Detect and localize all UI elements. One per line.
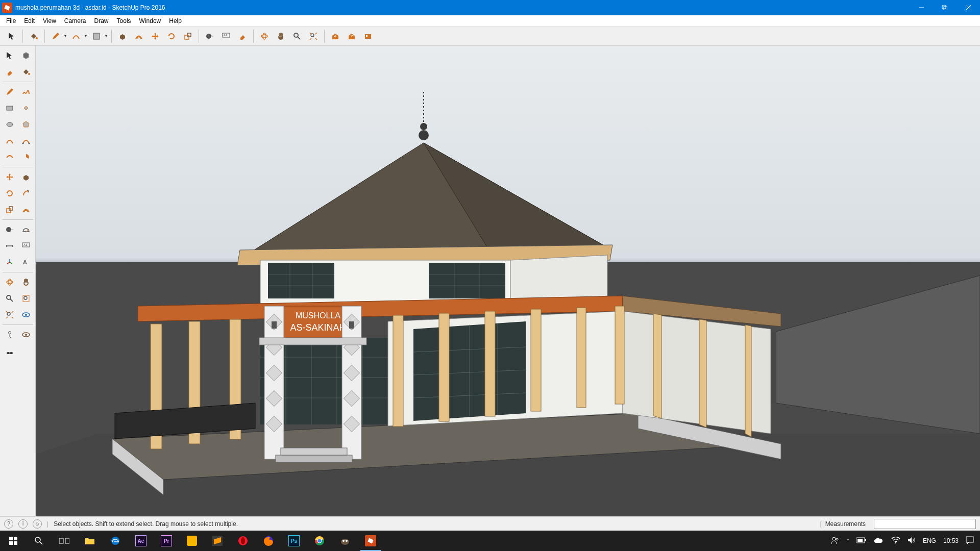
- file-explorer-button[interactable]: [78, 531, 102, 551]
- position-camera-tool[interactable]: [2, 327, 17, 342]
- extension-warehouse-tool[interactable]: [360, 29, 376, 44]
- search-button[interactable]: [27, 531, 51, 551]
- shape-dropdown[interactable]: ▾: [104, 34, 108, 38]
- circle-tool[interactable]: [2, 117, 17, 132]
- menu-view[interactable]: View: [39, 16, 60, 26]
- follow-me-tool[interactable]: [18, 186, 34, 201]
- section-plane-tool[interactable]: [2, 343, 17, 359]
- arc-tool[interactable]: [68, 29, 84, 44]
- zoom-extents-tool[interactable]: [306, 29, 321, 44]
- arc-3point-tool[interactable]: [2, 149, 17, 165]
- menu-tools[interactable]: Tools: [113, 16, 135, 26]
- firefox-button[interactable]: [256, 531, 281, 551]
- select-tool[interactable]: [4, 29, 19, 44]
- freehand-tool[interactable]: [18, 84, 34, 99]
- offset-tool[interactable]: [18, 202, 34, 217]
- walk-tool[interactable]: [18, 327, 34, 342]
- volume-icon[interactable]: [908, 537, 916, 545]
- offset-tool[interactable]: [131, 29, 146, 44]
- info-icon[interactable]: i: [18, 519, 28, 529]
- rotate-tool[interactable]: [164, 29, 179, 44]
- make-component-tool[interactable]: [18, 48, 34, 63]
- arc-2point-tool[interactable]: [18, 133, 34, 148]
- rectangle-tool[interactable]: [2, 101, 17, 116]
- arc-dropdown[interactable]: ▾: [84, 34, 88, 38]
- battery-icon[interactable]: [856, 537, 867, 545]
- rotate-tool[interactable]: [2, 186, 17, 201]
- text-tool[interactable]: A1: [18, 238, 34, 254]
- premiere-button[interactable]: Pr: [154, 531, 179, 551]
- axes-tool[interactable]: [2, 255, 17, 270]
- menu-camera[interactable]: Camera: [60, 16, 90, 26]
- pencil-tool[interactable]: [48, 29, 63, 44]
- toolbar-separator: [253, 30, 254, 43]
- action-center-icon[interactable]: [966, 536, 974, 546]
- tape-measure-tool[interactable]: [2, 222, 17, 237]
- move-tool[interactable]: [148, 29, 163, 44]
- menu-edit[interactable]: Edit: [20, 16, 39, 26]
- measurements-input[interactable]: [874, 519, 976, 529]
- maximize-button[interactable]: [933, 0, 957, 15]
- menu-help[interactable]: Help: [165, 16, 186, 26]
- zoom-tool[interactable]: [289, 29, 305, 44]
- orbit-tool[interactable]: [2, 274, 17, 290]
- eraser-tool[interactable]: [2, 64, 17, 80]
- shape-tool[interactable]: [89, 29, 104, 44]
- line-tool[interactable]: [2, 84, 17, 99]
- dimension-tool[interactable]: [2, 238, 17, 254]
- gimp-button[interactable]: [333, 531, 357, 551]
- 3d-viewport[interactable]: MUSHOLLA AS-SAKINAH: [36, 46, 980, 516]
- chrome-button[interactable]: [307, 531, 332, 551]
- sublime-button[interactable]: [205, 531, 230, 551]
- pie-tool[interactable]: [18, 149, 34, 165]
- clock[interactable]: 10:53: [943, 537, 959, 544]
- sketchup-button[interactable]: [358, 531, 383, 551]
- pan-tool[interactable]: [18, 274, 34, 290]
- edge-button[interactable]: [103, 531, 128, 551]
- potplayer-button[interactable]: [180, 531, 204, 551]
- menu-file[interactable]: File: [2, 16, 20, 26]
- menu-window[interactable]: Window: [135, 16, 165, 26]
- look-around-tool[interactable]: [18, 307, 34, 322]
- user-icon[interactable]: ☺: [33, 519, 42, 529]
- minimize-button[interactable]: [910, 0, 933, 15]
- help-icon[interactable]: ?: [4, 519, 13, 529]
- eraser-tool[interactable]: [235, 29, 250, 44]
- move-tool[interactable]: [2, 169, 17, 185]
- warehouse-share-tool[interactable]: [344, 29, 359, 44]
- scale-tool[interactable]: [2, 202, 17, 217]
- 3d-text-tool[interactable]: A: [18, 255, 34, 270]
- zoom-window-tool[interactable]: [18, 291, 34, 306]
- people-icon[interactable]: [830, 536, 840, 546]
- warehouse-get-tool[interactable]: [328, 29, 343, 44]
- arc-tool[interactable]: [2, 133, 17, 148]
- opera-button[interactable]: [231, 531, 255, 551]
- zoom-extents-tool[interactable]: [2, 307, 17, 322]
- photoshop-button[interactable]: Ps: [282, 531, 306, 551]
- svg-rect-98: [349, 321, 354, 329]
- paint-bucket-tool[interactable]: [18, 64, 34, 80]
- protractor-tool[interactable]: [18, 222, 34, 237]
- task-view-button[interactable]: [52, 531, 77, 551]
- wifi-icon[interactable]: [891, 537, 900, 545]
- polygon-tool[interactable]: [18, 117, 34, 132]
- paint-bucket-tool[interactable]: [26, 29, 41, 44]
- tape-measure-tool[interactable]: [202, 29, 217, 44]
- text-label-tool[interactable]: A1: [218, 29, 234, 44]
- orbit-tool[interactable]: [257, 29, 272, 44]
- pencil-dropdown[interactable]: ▾: [63, 34, 67, 38]
- tray-chevron-icon[interactable]: ˄: [847, 538, 849, 544]
- select-tool[interactable]: [2, 48, 17, 63]
- push-pull-tool[interactable]: [115, 29, 130, 44]
- menu-draw[interactable]: Draw: [90, 16, 113, 26]
- push-pull-tool[interactable]: [18, 169, 34, 185]
- scale-tool[interactable]: [180, 29, 195, 44]
- zoom-tool[interactable]: [2, 291, 17, 306]
- rotated-rectangle-tool[interactable]: [18, 101, 34, 116]
- after-effects-button[interactable]: Ae: [129, 531, 153, 551]
- close-button[interactable]: [957, 0, 980, 15]
- pan-tool[interactable]: [273, 29, 288, 44]
- onedrive-icon[interactable]: [874, 537, 884, 545]
- language-indicator[interactable]: ENG: [923, 537, 936, 544]
- start-button[interactable]: [1, 531, 26, 551]
